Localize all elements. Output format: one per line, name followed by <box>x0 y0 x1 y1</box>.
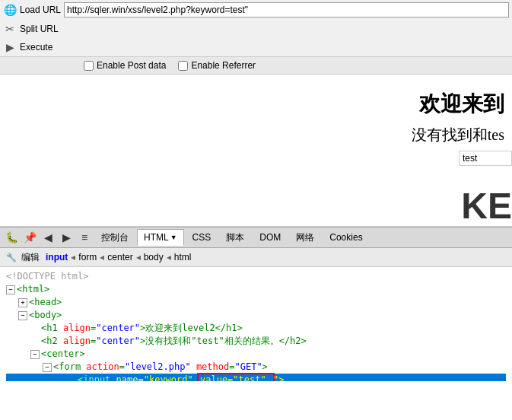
options-row: Enable Post data Enable Referrer <box>0 57 512 75</box>
expand-html[interactable]: − <box>6 285 15 294</box>
enable-post-label[interactable]: Enable Post data <box>84 60 166 71</box>
welcome-text: 欢迎来到 <box>8 90 504 119</box>
breadcrumb-sep-4: ◂ <box>167 252 171 262</box>
expand-head[interactable]: + <box>18 298 27 307</box>
toolbar: 🌐 Load URL ✂ Split URL ▶ Execute <box>0 0 512 57</box>
breadcrumb-sep-1: ◂ <box>71 252 75 262</box>
tab-script[interactable]: 脚本 <box>219 229 251 246</box>
devtools-forward-icon[interactable]: ▶ <box>58 229 75 246</box>
devtools-pin-icon[interactable]: 📌 <box>21 229 38 246</box>
toolbar-execute-row: ▶ Execute <box>0 38 512 56</box>
breadcrumb-body[interactable]: body <box>144 252 164 262</box>
ke-text: KE <box>461 185 512 227</box>
devtools-tabs: 🐛 📌 ◀ ▶ ≡ 控制台 HTML ▼ CSS 脚本 DOM 网络 Cooki… <box>0 227 512 248</box>
devtools-list-icon[interactable]: ≡ <box>76 229 93 246</box>
breadcrumb-html[interactable]: html <box>174 252 192 262</box>
toolbar-load-url-row: 🌐 Load URL <box>0 0 512 20</box>
code-line-doctype: <!DOCTYPE html> <box>6 270 506 283</box>
breadcrumb-sep-3: ◂ <box>136 252 141 262</box>
load-url-label[interactable]: Load URL <box>20 5 61 15</box>
toolbar-split-url-row: ✂ Split URL <box>0 20 512 38</box>
expand-center[interactable]: − <box>30 350 40 359</box>
enable-post-checkbox[interactable] <box>84 61 94 71</box>
search-box-area <box>459 151 512 166</box>
enable-referrer-label[interactable]: Enable Referrer <box>178 60 256 71</box>
tab-dom[interactable]: DOM <box>253 229 288 246</box>
breadcrumb-form[interactable]: form <box>78 252 97 262</box>
breadcrumb-input[interactable]: input <box>46 252 68 262</box>
code-line-h2: <h2 align="center">没有找到和"test"相关的结果。</h2… <box>30 335 506 348</box>
devtools-bug-icon[interactable]: 🐛 <box>3 229 20 246</box>
subtitle-text: 没有找到和tes <box>8 125 504 145</box>
breadcrumb-sep-2: ◂ <box>100 252 104 262</box>
code-line-center: − <center> <box>30 348 506 361</box>
tab-console[interactable]: 控制台 <box>94 229 135 246</box>
tab-html[interactable]: HTML ▼ <box>137 229 184 246</box>
tab-cookies[interactable]: Cookies <box>323 229 369 246</box>
browser-content: 欢迎来到 没有找到和tes KE <box>0 75 512 227</box>
tab-network[interactable]: 网络 <box>289 229 321 246</box>
url-input[interactable] <box>64 2 509 18</box>
search-preview-input[interactable] <box>459 151 512 166</box>
expand-body[interactable]: − <box>18 311 27 320</box>
load-url-icon: 🌐 <box>3 3 17 17</box>
breadcrumb-center[interactable]: center <box>107 252 132 262</box>
code-line-html: − <html> <box>6 283 506 296</box>
code-line-input-highlighted[interactable]: <input name="keyword" value="test" "> <box>6 374 506 381</box>
expand-form[interactable]: − <box>43 363 52 372</box>
breadcrumb-bar: 🔧 编辑 input ◂ form ◂ center ◂ body ◂ html <box>0 248 512 267</box>
execute-icon: ▶ <box>3 40 17 54</box>
code-area: <!DOCTYPE html> − <html> + <head> − <bod… <box>0 267 512 381</box>
browser-inner: 欢迎来到 没有找到和tes <box>0 75 512 161</box>
breadcrumb-tool-icon[interactable]: 🔧 <box>5 250 18 264</box>
split-url-label[interactable]: Split URL <box>20 24 59 34</box>
html-tab-chevron: ▼ <box>170 234 177 241</box>
code-line-head: + <head> <box>18 296 506 309</box>
code-line-body: − <body> <box>18 309 506 322</box>
split-url-icon: ✂ <box>3 22 17 36</box>
code-line-form: − <form action="level2.php" method="GET"… <box>43 361 506 374</box>
enable-referrer-checkbox[interactable] <box>178 61 188 71</box>
devtools-back-icon[interactable]: ◀ <box>40 229 56 246</box>
code-line-h1: <h1 align="center">欢迎来到level2</h1> <box>30 322 506 335</box>
tab-css[interactable]: CSS <box>186 229 218 246</box>
execute-label[interactable]: Execute <box>20 42 52 52</box>
breadcrumb-edit[interactable]: 编辑 <box>21 251 40 264</box>
